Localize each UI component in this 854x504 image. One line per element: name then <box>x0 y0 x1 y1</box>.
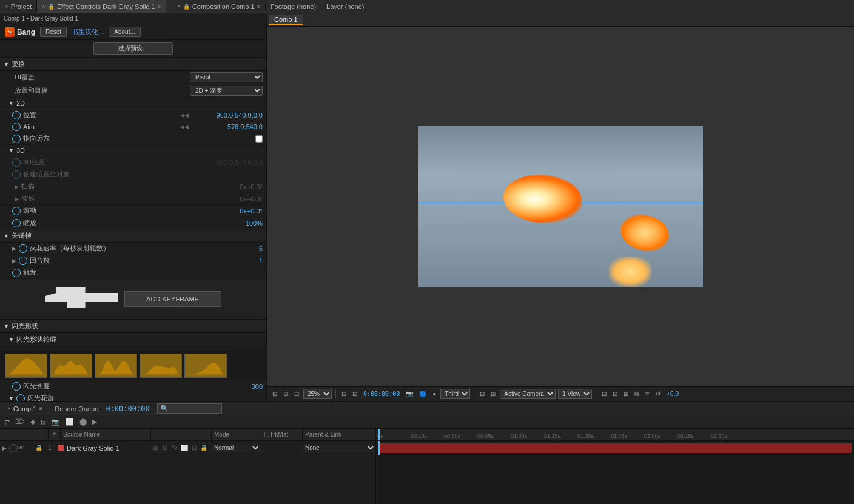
comp-menu-icon[interactable]: ≡ <box>257 4 260 10</box>
composition-tab[interactable]: × 🔒 Composition Comp 1 ≡ <box>172 3 266 10</box>
reset-button[interactable]: Reset <box>40 27 67 37</box>
layer-mode-dropdown[interactable]: Normal <box>212 444 260 452</box>
presets-button[interactable]: 选择预设... <box>93 42 172 55</box>
timeline-tab-comp1[interactable]: × Comp 1 ≡ <box>2 405 47 412</box>
add-keyframe-button[interactable]: ADD KEYFRAME <box>124 291 221 307</box>
tl-btn-circle[interactable]: ⬤ <box>78 417 89 426</box>
flash-thumb-4[interactable] <box>140 354 182 378</box>
roll-value[interactable]: 0x+0.0° <box>190 207 263 215</box>
project-tab[interactable]: × Project <box>0 0 37 13</box>
search-input[interactable] <box>170 405 219 412</box>
rounds-expand-icon[interactable]: ▶ <box>12 258 16 264</box>
scale-value[interactable]: 100% <box>190 220 263 227</box>
comp-color-btn[interactable]: 🔵 <box>417 390 428 398</box>
switch-motion-blur[interactable]: ⊞ <box>151 444 160 452</box>
timeline-menu-icon[interactable]: ≡ <box>39 405 42 412</box>
effect-name: Bang <box>17 28 35 36</box>
tl-btn-camera[interactable]: 📷 <box>50 417 62 426</box>
3d-section-header[interactable]: ▼ 3D <box>0 145 266 156</box>
aim-arrow-left[interactable]: ◀◀ <box>180 124 189 130</box>
lh-parent-cell: Parent & Link <box>303 429 375 440</box>
comp-btn-b[interactable]: ⊡ <box>611 390 619 398</box>
tl-btn-arrows[interactable]: ⇄ <box>2 417 12 426</box>
effect-controls-tab[interactable]: × 🔒 Effect Controls Dark Gray Solid 1 ≡ <box>37 0 166 13</box>
tilt-expand-icon[interactable]: ▶ <box>15 196 19 202</box>
spark-expand-icon[interactable]: ▶ <box>12 246 16 252</box>
2d-arrow-icon: ▼ <box>8 100 14 106</box>
view-layout-dropdown[interactable]: 1 View <box>558 389 592 399</box>
comp-tool-preview[interactable]: ⊞ <box>271 390 279 398</box>
layer-expand-icon[interactable]: ▶ <box>0 445 8 451</box>
comp-btn-a[interactable]: ⊟ <box>600 390 608 398</box>
flash-contour-section-header[interactable]: ▼ 闪光形状轮廓 <box>0 333 266 346</box>
comp-btn-f[interactable]: ↺ <box>654 390 662 398</box>
comp-fit-btn[interactable]: ⊡ <box>340 390 348 398</box>
ruler-marks: 0s 00:15s 00:30s 00:45s 01:00s <box>376 433 744 439</box>
pos3d-row: 3D位置 960.0,540.0,0.0 <box>0 156 266 169</box>
flash-thumb-5[interactable] <box>184 354 227 378</box>
tl-btn-delete[interactable]: ⌦ <box>13 417 27 426</box>
track-bar-1[interactable] <box>378 443 852 453</box>
aim-value[interactable]: 576.0,540.0 <box>190 123 263 130</box>
timeline-playhead[interactable] <box>378 429 380 440</box>
comp-grid-btn[interactable]: ⊞ <box>351 390 359 398</box>
comp-tool-toggle[interactable]: ⊟ <box>281 390 290 398</box>
shushenghua-button[interactable]: 书生汉化... <box>72 27 104 36</box>
view-mode-dropdown[interactable]: Third <box>440 389 470 399</box>
layer-solo-btn[interactable] <box>9 444 18 452</box>
zoom-dropdown[interactable]: 25% <box>303 389 332 399</box>
layer-lock-btn[interactable]: 🔒 <box>35 445 44 451</box>
layer-parent-dropdown[interactable]: None <box>303 444 375 452</box>
tl-btn-diamond[interactable]: ◆ <box>29 417 37 426</box>
trigger-row: 触发 <box>0 267 266 279</box>
layer-name[interactable]: Dark Gray Solid 1 <box>66 445 151 452</box>
panel-menu-icon[interactable]: ≡ <box>158 4 161 10</box>
layer-video-btn[interactable]: 👁 <box>18 445 27 451</box>
comp-tool-resolution[interactable]: ⊡ <box>292 390 301 398</box>
keyframes-section-header[interactable]: ▼ 关键帧 <box>0 229 266 243</box>
comp-btn-c[interactable]: ⊞ <box>622 390 630 398</box>
transform-section-header[interactable]: ▼ 变换 <box>0 58 266 71</box>
comp-btn-e[interactable]: ≋ <box>643 390 651 398</box>
tl-btn-mask[interactable]: ⬜ <box>64 417 76 426</box>
layer-tab[interactable]: Layer (none) <box>321 3 369 10</box>
flash-thumb-2[interactable] <box>50 354 92 378</box>
2d-section-header[interactable]: ▼ 2D <box>0 98 266 109</box>
close-icon-tl[interactable]: × <box>7 405 11 412</box>
position-arrow-left[interactable]: ◀◀ <box>180 112 189 118</box>
effect-close-icon[interactable]: × <box>42 3 45 10</box>
flash-length-value[interactable]: 300 <box>252 383 263 390</box>
position-value[interactable]: 960.0,540.0,0.0 <box>190 112 263 119</box>
switch-3d[interactable]: ⊡ <box>161 444 169 452</box>
render-queue-btn[interactable]: Render Queue <box>55 405 98 412</box>
scan-expand-icon[interactable]: ▶ <box>15 184 19 190</box>
ui-overlay-dropdown[interactable]: Pistol <box>190 72 263 82</box>
switch-solo[interactable]: ⊟ <box>190 444 198 452</box>
tl-btn-play[interactable]: ▶ <box>90 417 99 426</box>
position-target-dropdown[interactable]: 2D + 深度 <box>190 86 263 96</box>
spark-rate-value[interactable]: 6 <box>259 245 263 252</box>
comp-close-icon[interactable]: × <box>177 3 181 10</box>
tl-btn-fx[interactable]: fx <box>39 418 48 426</box>
comp-btn-d[interactable]: ⧉ <box>633 390 640 398</box>
flash-sparks-arrow-icon[interactable]: ▼ <box>8 395 14 402</box>
point-far-checkbox[interactable] <box>255 135 263 143</box>
flash-thumb-1[interactable] <box>5 354 47 378</box>
flash-shape-section-header[interactable]: ▼ 闪光形状 <box>0 320 266 333</box>
timeline-tracks: 0s 00:15s 00:30s 00:45s 01:00s <box>376 429 854 504</box>
camera-dropdown[interactable]: Active Camera <box>500 389 556 399</box>
comp-view-btn1[interactable]: ⊟ <box>478 390 486 398</box>
flash-shape-arrow-icon: ▼ <box>4 323 9 329</box>
about-button[interactable]: About... <box>109 27 140 37</box>
flash-thumb-3[interactable] <box>95 354 137 378</box>
rounds-value[interactable]: 1 <box>259 257 263 264</box>
comp-cam-btn[interactable]: 📷 <box>404 390 415 398</box>
switch-fx[interactable]: fx <box>170 444 179 452</box>
project-close-icon[interactable]: × <box>5 3 8 10</box>
spark-rate-label: 火花速率（每秒发射轮数） <box>30 244 259 253</box>
comp1-subtab[interactable]: Comp 1 <box>269 15 303 25</box>
switch-adj[interactable]: ⬜ <box>180 444 189 452</box>
footage-tab[interactable]: Footage (none) <box>266 3 321 10</box>
switch-lock2[interactable]: 🔒 <box>200 444 208 452</box>
comp-view-btn2[interactable]: ⊞ <box>489 390 497 398</box>
